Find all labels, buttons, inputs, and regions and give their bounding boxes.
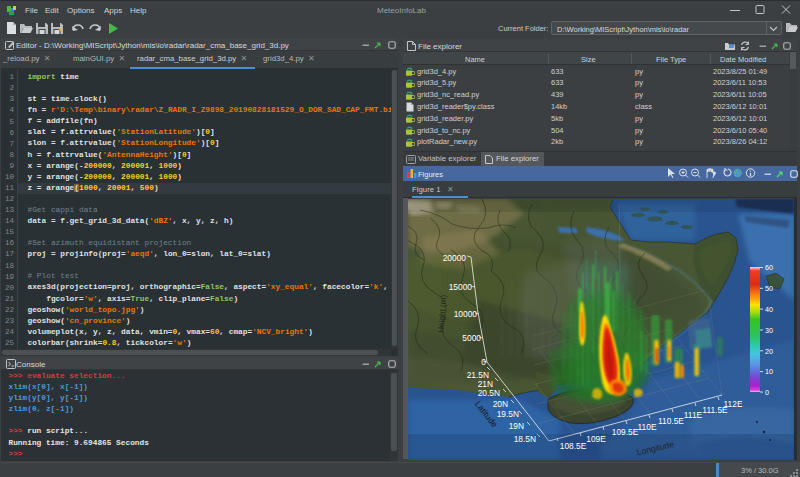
svg-text:20.5N: 20.5N [478, 388, 500, 398]
svg-text:18.5N: 18.5N [514, 434, 536, 444]
svg-text:110E: 110E [638, 422, 657, 432]
svg-text:15000: 15000 [449, 282, 473, 292]
svg-text:5000: 5000 [462, 333, 481, 343]
svg-text:108.5E: 108.5E [560, 441, 587, 451]
svg-text:20N: 20N [493, 399, 508, 409]
svg-text:111E: 111E [684, 410, 703, 420]
svg-text:20: 20 [765, 347, 773, 356]
svg-text:50: 50 [765, 284, 773, 293]
svg-text:19N: 19N [509, 421, 524, 431]
svg-text:109E: 109E [586, 434, 606, 444]
svg-text:10: 10 [765, 367, 773, 376]
svg-text:112E: 112E [724, 399, 743, 409]
svg-text:20000: 20000 [443, 253, 467, 263]
svg-text:21N: 21N [478, 379, 493, 389]
svg-text:60: 60 [765, 263, 773, 272]
svg-text:0: 0 [481, 357, 486, 367]
svg-text:40: 40 [765, 305, 773, 314]
svg-text:0: 0 [765, 388, 769, 397]
svg-text:10000: 10000 [454, 309, 478, 319]
svg-text:19.5N: 19.5N [497, 409, 519, 419]
svg-text:109.5E: 109.5E [612, 427, 639, 437]
svg-text:110.5E: 110.5E [658, 416, 684, 426]
svg-text:30: 30 [765, 326, 773, 335]
